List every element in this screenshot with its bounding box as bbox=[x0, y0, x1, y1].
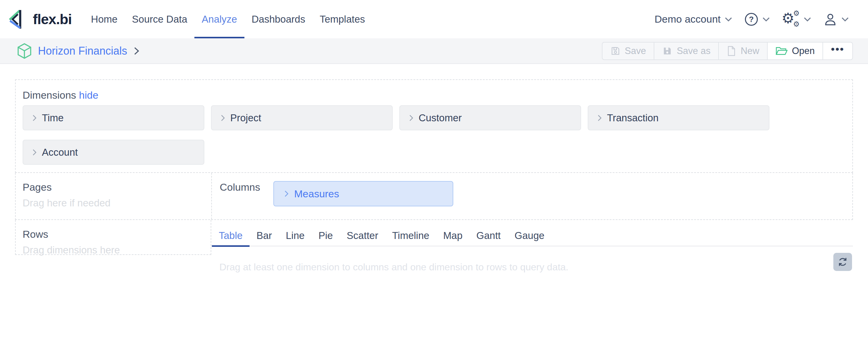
brand-name: flex.bi bbox=[33, 11, 72, 27]
save-as-floppy-icon bbox=[662, 46, 673, 56]
open-label: Open bbox=[792, 46, 815, 56]
help-menu[interactable]: ? bbox=[741, 12, 774, 26]
save-label: Save bbox=[625, 46, 646, 56]
save-as-button[interactable]: Save as bbox=[654, 42, 719, 60]
rows-chart-row: Rows Drag dimensions here Table Bar Line… bbox=[15, 220, 853, 273]
chevron-right-icon bbox=[284, 190, 289, 197]
tab-timeline[interactable]: Timeline bbox=[385, 220, 436, 247]
dimension-chip-transaction[interactable]: Transaction bbox=[588, 105, 770, 130]
tab-line[interactable]: Line bbox=[279, 220, 311, 247]
dimension-label: Project bbox=[230, 112, 261, 124]
user-menu[interactable] bbox=[819, 12, 853, 27]
new-file-icon bbox=[727, 46, 736, 56]
dimension-label: Time bbox=[42, 112, 64, 124]
tab-map[interactable]: Map bbox=[436, 220, 469, 247]
open-button[interactable]: Open bbox=[767, 42, 823, 60]
more-button[interactable]: ••• bbox=[823, 42, 853, 60]
svg-text:?: ? bbox=[749, 15, 754, 23]
rows-dropzone[interactable]: Rows Drag dimensions here bbox=[15, 220, 211, 255]
chart-area: Table Bar Line Pie Scatter Timeline Map … bbox=[211, 220, 853, 273]
navbar-right: Demo account ? ⚙ ⚙ ⚙ bbox=[651, 0, 853, 38]
rows-title: Rows bbox=[23, 228, 211, 240]
report-title[interactable]: Horizon Financials bbox=[38, 45, 127, 57]
dimensions-panel: Dimensions hide Time Project Customer Tr… bbox=[15, 79, 853, 173]
pages-title: Pages bbox=[23, 181, 211, 193]
rows-placeholder: Drag dimensions here bbox=[23, 244, 211, 256]
open-folder-icon bbox=[775, 46, 787, 56]
tab-gantt[interactable]: Gantt bbox=[470, 220, 508, 247]
main-nav: Home Source Data Analyze Dashboards Temp… bbox=[84, 0, 372, 38]
new-button[interactable]: New bbox=[718, 42, 768, 60]
chevron-right-icon bbox=[597, 114, 602, 122]
dimensions-title: Dimensions bbox=[23, 89, 76, 101]
tab-pie[interactable]: Pie bbox=[312, 220, 340, 247]
chevron-right-icon bbox=[409, 114, 413, 122]
dimension-chip-customer[interactable]: Customer bbox=[399, 105, 581, 130]
new-label: New bbox=[741, 46, 759, 56]
cube-icon bbox=[17, 43, 32, 59]
dimension-chip-time[interactable]: Time bbox=[23, 105, 204, 130]
user-icon bbox=[824, 12, 837, 27]
breadcrumb: Horizon Financials bbox=[17, 43, 140, 59]
columns-title: Columns bbox=[220, 181, 263, 193]
account-menu[interactable]: Demo account bbox=[651, 13, 736, 25]
report-actions: Save Save as New Open ••• bbox=[602, 42, 853, 60]
more-dots-icon: ••• bbox=[831, 49, 844, 53]
help-icon: ? bbox=[744, 12, 758, 26]
breadcrumb-chevron-icon bbox=[133, 47, 140, 56]
nav-item-templates[interactable]: Templates bbox=[313, 0, 372, 38]
nav-item-source-data[interactable]: Source Data bbox=[125, 0, 194, 38]
dimension-label: Customer bbox=[418, 112, 462, 124]
nav-item-dashboards[interactable]: Dashboards bbox=[244, 0, 313, 38]
empty-result-message: Drag at least one dimension to columns a… bbox=[219, 262, 853, 273]
chart-type-tabs: Table Bar Line Pie Scatter Timeline Map … bbox=[211, 220, 853, 246]
pages-dropzone[interactable]: Pages Drag here if needed bbox=[16, 173, 212, 220]
measures-label: Measures bbox=[294, 188, 339, 200]
chevron-right-icon bbox=[32, 149, 37, 156]
save-button[interactable]: Save bbox=[602, 42, 655, 60]
flexbi-logo-icon bbox=[7, 8, 29, 31]
nav-item-analyze[interactable]: Analyze bbox=[194, 0, 244, 38]
refresh-icon bbox=[837, 257, 848, 267]
dimension-label: Account bbox=[42, 147, 78, 158]
top-navbar: flex.bi Home Source Data Analyze Dashboa… bbox=[0, 0, 868, 38]
chevron-down-icon bbox=[804, 17, 811, 22]
pages-columns-row: Pages Drag here if needed Columns Measur… bbox=[15, 173, 853, 220]
settings-menu[interactable]: ⚙ ⚙ ⚙ bbox=[778, 11, 815, 28]
refresh-button[interactable] bbox=[833, 253, 852, 271]
columns-dropzone[interactable]: Columns Measures bbox=[212, 173, 852, 220]
tab-gauge[interactable]: Gauge bbox=[507, 220, 551, 247]
chevron-right-icon bbox=[221, 114, 225, 122]
save-as-label: Save as bbox=[677, 46, 710, 56]
tab-table[interactable]: Table bbox=[212, 220, 250, 247]
dimension-chip-account[interactable]: Account bbox=[23, 140, 204, 165]
pages-placeholder: Drag here if needed bbox=[23, 197, 211, 209]
hide-dimensions-link[interactable]: hide bbox=[79, 89, 98, 101]
gears-icon: ⚙ ⚙ ⚙ bbox=[782, 11, 800, 28]
account-label: Demo account bbox=[655, 13, 721, 25]
save-floppy-icon bbox=[610, 46, 621, 56]
tab-scatter[interactable]: Scatter bbox=[340, 220, 385, 247]
report-toolbar: Horizon Financials Save Save as bbox=[0, 38, 868, 64]
analyze-builder: Dimensions hide Time Project Customer Tr… bbox=[15, 79, 853, 273]
chevron-right-icon bbox=[32, 114, 37, 122]
chevron-down-icon bbox=[762, 17, 770, 22]
nav-item-home[interactable]: Home bbox=[84, 0, 125, 38]
dimension-label: Transaction bbox=[607, 112, 658, 124]
brand[interactable]: flex.bi bbox=[7, 0, 72, 38]
dimension-chips: Time Project Customer Transaction Accoun… bbox=[23, 105, 845, 165]
chevron-down-icon bbox=[841, 17, 849, 22]
chevron-down-icon bbox=[724, 17, 733, 22]
dimensions-header: Dimensions hide bbox=[23, 89, 845, 101]
tab-bar[interactable]: Bar bbox=[250, 220, 279, 247]
dimension-chip-project[interactable]: Project bbox=[211, 105, 393, 130]
measures-chip[interactable]: Measures bbox=[273, 181, 453, 206]
